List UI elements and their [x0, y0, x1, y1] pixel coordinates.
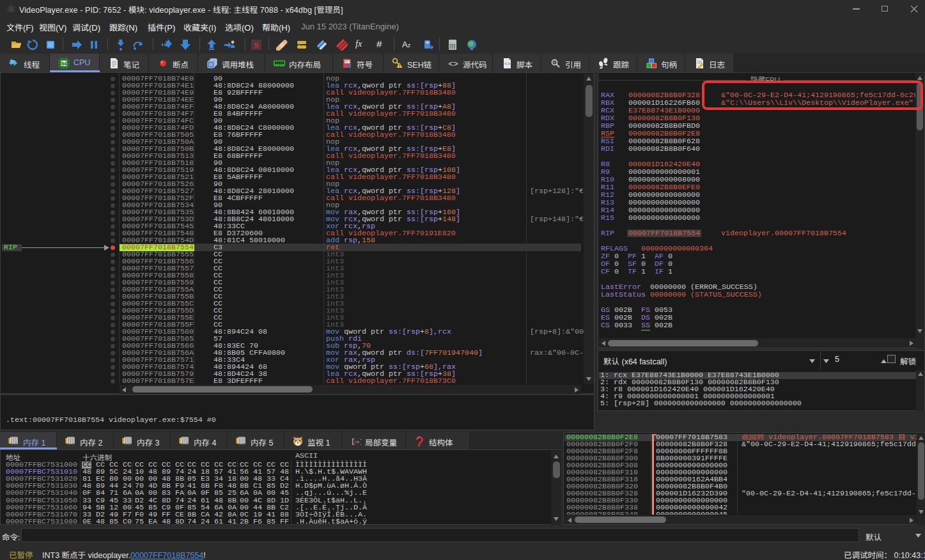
svg-text:<>: <>: [448, 59, 458, 69]
svg-text:64: 64: [61, 61, 66, 66]
svg-text:=]: =]: [356, 439, 361, 446]
svg-text:<>: <>: [504, 61, 511, 66]
svg-text:S: S: [254, 40, 258, 50]
svg-text:!: !: [399, 63, 400, 68]
